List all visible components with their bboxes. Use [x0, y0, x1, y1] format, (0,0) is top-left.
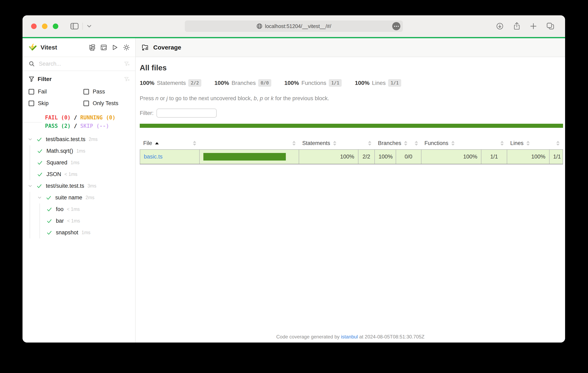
- page-settings-button[interactable]: [392, 22, 400, 30]
- tree-row[interactable]: bar< 1ms: [22, 215, 135, 227]
- tab-overview-button[interactable]: [546, 22, 555, 30]
- table-header-row: File Statements: [140, 137, 563, 149]
- pass-check-icon: [46, 230, 52, 236]
- pass-check-icon: [46, 207, 52, 212]
- tree-row[interactable]: Math.sqrt()1ms: [22, 145, 135, 157]
- test-duration: 1ms: [76, 148, 85, 154]
- downloads-button[interactable]: [496, 22, 504, 30]
- sidebar-toggle-button[interactable]: [70, 22, 79, 30]
- file-filter-input[interactable]: [157, 109, 217, 118]
- expand-chevron-icon[interactable]: [28, 137, 33, 142]
- checkbox-fail[interactable]: Fail: [29, 89, 84, 95]
- checkbox-only-tests[interactable]: Only Tests: [84, 100, 130, 106]
- stat-lines: 100% Lines 1/1: [355, 79, 401, 87]
- toolbar-divider: [83, 23, 83, 30]
- file-link[interactable]: basic.ts: [144, 154, 163, 160]
- sorter-icon: [368, 141, 371, 145]
- checkbox-box: [29, 101, 34, 106]
- sidebar-menu-button[interactable]: [86, 24, 92, 28]
- column-header-functions-raw[interactable]: [481, 137, 507, 149]
- tree-row[interactable]: JSON< 1ms: [22, 168, 135, 180]
- indent-guide: [30, 215, 30, 227]
- test-duration: 2ms: [85, 195, 94, 200]
- globe-icon: [256, 23, 262, 29]
- indent-guide: [30, 227, 30, 238]
- run-all-icon: [112, 44, 118, 51]
- clear-search-filter-button[interactable]: [124, 61, 130, 67]
- indent-guide: [30, 204, 30, 215]
- test-name: foo: [56, 206, 64, 212]
- tab-overview-icon: [546, 22, 555, 30]
- column-header-lines[interactable]: Lines: [507, 137, 549, 149]
- vitest-logo: [29, 43, 37, 52]
- column-header-branches[interactable]: Branches: [375, 137, 396, 149]
- theme-toggle-button[interactable]: [123, 44, 130, 51]
- tree-row[interactable]: suite name2ms: [22, 192, 135, 204]
- indent-guide: [30, 168, 30, 180]
- desktop-background: localhost:51204/__vitest__/#/: [0, 0, 588, 373]
- search-input[interactable]: [39, 61, 124, 67]
- stat-functions: 100% Functions 1/1: [284, 79, 342, 87]
- checkbox-skip[interactable]: Skip: [29, 100, 84, 106]
- fraction-badge: 0/0: [258, 79, 271, 87]
- functions-raw-cell: 1/1: [481, 149, 507, 164]
- filter-clear-icon: [124, 76, 130, 82]
- coverage-bar-cell: [200, 149, 299, 164]
- coverage-header: Coverage: [136, 38, 565, 57]
- sorter-icon: [526, 141, 530, 145]
- zoom-window-button[interactable]: [53, 23, 58, 29]
- sorter-icon: [415, 141, 418, 145]
- status-line-1: FAIL (0) / RUNNING (0): [45, 114, 135, 122]
- test-duration: < 1ms: [64, 172, 77, 177]
- column-header-functions[interactable]: Functions: [421, 137, 481, 149]
- tree-row[interactable]: foo< 1ms: [22, 204, 135, 215]
- file-filter-label: Filter:: [140, 110, 154, 116]
- coverage-bar: [203, 153, 286, 161]
- new-tab-button[interactable]: [530, 23, 537, 30]
- coverage-status-line: [140, 124, 563, 128]
- pass-check-icon: [36, 183, 42, 189]
- test-name: test/basic.test.ts: [46, 136, 85, 143]
- test-duration: < 1ms: [67, 207, 80, 212]
- pass-check-icon: [37, 172, 43, 177]
- browser-actions: [496, 22, 555, 30]
- sorter-icon: [292, 141, 296, 145]
- run-all-button[interactable]: [112, 44, 118, 51]
- ellipsis-icon: [394, 26, 395, 27]
- istanbul-link[interactable]: istanbul: [341, 334, 358, 340]
- expand-chevron-icon[interactable]: [37, 195, 42, 200]
- table-row: basic.ts 100% 2/2 100% 0/0 100% 1/1 100%…: [140, 149, 563, 164]
- clear-filters-button[interactable]: [124, 76, 130, 82]
- tree-view-button[interactable]: [89, 44, 95, 51]
- minimize-window-button[interactable]: [42, 23, 47, 29]
- running-count: RUNNING (0): [80, 114, 116, 121]
- checkbox-pass[interactable]: Pass: [84, 89, 130, 95]
- test-name: snapshot: [56, 229, 78, 236]
- dashboard-button[interactable]: [100, 44, 107, 51]
- address-bar[interactable]: localhost:51204/__vitest__/#/: [185, 21, 403, 32]
- checkbox-box: [29, 89, 34, 94]
- sidebar-header: Vitest: [22, 38, 135, 57]
- tree-row[interactable]: test/suite.test.ts3ms: [22, 180, 135, 192]
- column-header-statements-raw[interactable]: [358, 137, 375, 149]
- tree-row[interactable]: Squared1ms: [22, 157, 135, 168]
- test-duration: 1ms: [71, 160, 79, 166]
- close-window-button[interactable]: [31, 23, 37, 29]
- test-tree: test/basic.test.ts2msMath.sqrt()1msSquar…: [22, 134, 135, 342]
- coverage-title: Coverage: [153, 44, 181, 51]
- fraction-badge: 1/1: [388, 79, 401, 87]
- sorter-icon: [500, 141, 504, 145]
- checkbox-box: [84, 101, 89, 106]
- tree-view-icon: [89, 44, 95, 51]
- expand-chevron-icon[interactable]: [28, 183, 33, 188]
- indent-guide: [40, 204, 40, 215]
- share-button[interactable]: [513, 22, 521, 30]
- column-header-lines-raw[interactable]: [549, 137, 563, 149]
- column-header-file[interactable]: File: [140, 137, 200, 149]
- tree-row[interactable]: snapshot1ms: [22, 227, 135, 238]
- column-header-chart[interactable]: [200, 137, 299, 149]
- tree-row[interactable]: test/basic.test.ts2ms: [22, 134, 135, 145]
- pass-check-icon: [46, 195, 52, 201]
- keyboard-hint: Press n or j to go to the next uncovered…: [140, 95, 563, 102]
- column-header-statements[interactable]: Statements: [299, 137, 358, 149]
